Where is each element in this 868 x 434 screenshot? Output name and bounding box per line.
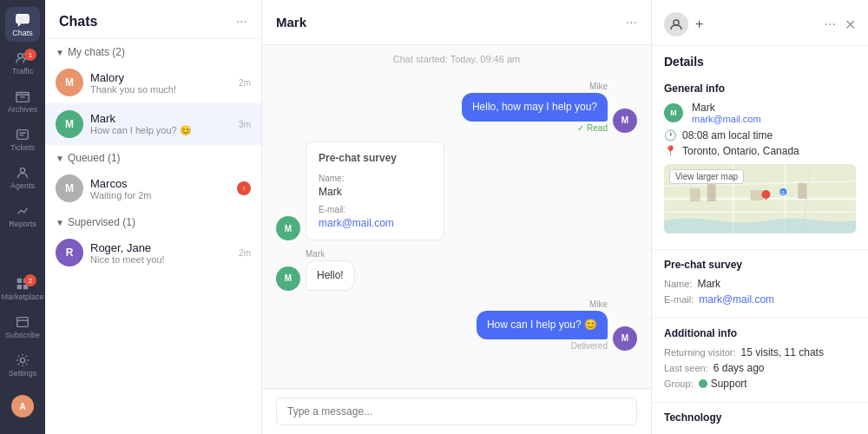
message-status-2: Delivered (571, 341, 608, 351)
nav-item-marketplace[interactable]: 2 Marketplace (5, 271, 40, 306)
avatar-mark-prechat: M (276, 216, 300, 240)
location-icon: 📍 (664, 145, 677, 157)
detail-local-time: 08:08 am local time (682, 129, 773, 141)
details-close-button[interactable]: ✕ (845, 16, 856, 33)
prechat-detail-email-value: mark@mail.com (699, 293, 774, 306)
prechat-email-label: E-mail: (319, 204, 431, 216)
nav-item-chats[interactable]: Chats (5, 7, 40, 42)
chat-main-title: Mark (276, 15, 306, 30)
supervised-section-header[interactable]: ▼ Supervised (1) (45, 209, 261, 232)
nav-item-user-avatar[interactable]: A (5, 389, 40, 424)
detail-email: mark@mail.com (692, 114, 761, 124)
chat-time-mark: 3m (239, 120, 251, 129)
nav-item-archives[interactable]: Archives (5, 83, 40, 118)
svg-point-5 (20, 168, 24, 172)
prechat-detail-name-row: Name: Mark (664, 278, 856, 290)
group-dot-icon (699, 379, 707, 388)
details-header-actions: + (664, 12, 703, 36)
nav-label-tickets: Tickets (10, 143, 35, 152)
svg-text:!: ! (243, 185, 245, 193)
sender-mike-1: Mike (589, 82, 608, 91)
prechat-email-value[interactable]: mark@mail.com (319, 217, 394, 229)
nav-item-agents[interactable]: Agents (5, 160, 40, 194)
my-chats-section-header[interactable]: ▼ My chats (2) (45, 39, 261, 62)
chat-time-roger: 2m (239, 248, 251, 258)
message-row-1: Mike Hello, how may I help you? ✓ Read M (276, 82, 637, 133)
add-contact-button[interactable]: + (695, 16, 703, 32)
chat-item-mark[interactable]: M Mark How can I help you? 😊 3m (45, 103, 261, 145)
message-row-mark-hello: M Mark Hello! (276, 249, 637, 291)
queued-section-header[interactable]: ▼ Queued (1) (45, 145, 261, 168)
my-chats-chevron: ▼ (56, 48, 64, 57)
svg-point-11 (20, 358, 24, 362)
nav-item-subscribe[interactable]: Subscribe (5, 309, 40, 344)
technology-title: Technology (664, 411, 856, 424)
details-panel-header: + ··· ✕ (652, 0, 868, 46)
map-container: G View larger map (664, 164, 856, 233)
detail-row-location: 📍 Toronto, Ontario, Canada (664, 145, 856, 157)
svg-rect-24 (751, 190, 764, 201)
queued-chevron: ▼ (56, 154, 64, 163)
chat-red-badge-marcos: ! (237, 181, 251, 195)
nav-item-settings[interactable]: Settings (5, 347, 40, 382)
chat-main-more-button[interactable]: ··· (626, 15, 637, 30)
svg-rect-25 (798, 183, 806, 199)
svg-rect-23 (707, 181, 716, 201)
chat-item-marcos[interactable]: M Marcos Waiting for 2m ! (45, 168, 261, 209)
prechat-survey-bubble: Pre-chat survey Name: Mark E-mail: mark@… (306, 141, 444, 240)
svg-rect-8 (17, 284, 22, 288)
detail-row-time: 🕐 08:08 am local time (664, 129, 856, 141)
chat-name-mark: Mark (90, 112, 235, 125)
chat-started-label: Chat started: Today, 09:46 am (262, 45, 651, 73)
prechat-detail-email-label: E-mail: (664, 294, 694, 305)
left-navigation: Chats 1 Traffic Archives Tickets Agents (0, 0, 45, 434)
svg-rect-0 (16, 14, 29, 23)
nav-label-settings: Settings (9, 369, 37, 378)
message-bubble-mark-hello: Hello! (306, 260, 355, 291)
clock-icon: 🕐 (664, 129, 677, 141)
nav-label-archives: Archives (8, 105, 38, 114)
supervised-chevron: ▼ (56, 218, 64, 227)
avatar-mike-1: M (613, 108, 637, 133)
details-more-button[interactable]: ··· (825, 16, 836, 32)
nav-item-tickets[interactable]: Tickets (5, 122, 40, 156)
nav-label-traffic: Traffic (12, 67, 34, 76)
message-status-1: ✓ Read (577, 123, 608, 133)
messages-area: Mike Hello, how may I help you? ✓ Read M… (262, 73, 651, 388)
group-value: Support (711, 378, 747, 390)
chat-item-malory[interactable]: M Malory Thank you so much! 2m (45, 62, 261, 103)
chat-preview-malory: Thank you so much! (90, 84, 235, 95)
chats-panel: Chats ··· ▼ My chats (2) M Malory Thank … (45, 0, 262, 434)
prechat-survey-title: Pre-chat survey (664, 259, 856, 271)
detail-row-name: M Mark mark@mail.com (664, 102, 856, 124)
additional-info-title: Additional info (664, 327, 856, 339)
prechat-name-label: Name: (319, 173, 431, 185)
message-bubble-1: Hello, how may I help you? (462, 93, 608, 122)
additional-info-section: Additional info Returning visitor: 15 vi… (652, 319, 868, 403)
chat-item-roger[interactable]: R Roger, Jane Nice to meet you! 2m (45, 232, 261, 273)
general-info-section: General info M Mark mark@mail.com 🕐 08:0… (652, 74, 868, 250)
additional-returning-row: Returning visitor: 15 visits, 11 chats (664, 346, 856, 358)
last-seen-value: 6 days ago (713, 362, 765, 374)
svg-rect-10 (17, 317, 29, 326)
general-info-title: General info (664, 82, 856, 95)
avatar-malory: M (56, 69, 83, 96)
prechat-detail-email-row: E-mail: mark@mail.com (664, 293, 856, 306)
map-view-larger-button[interactable]: View larger map (669, 169, 744, 184)
chat-main: Mark ··· Chat started: Today, 09:46 am M… (262, 0, 651, 434)
detail-name: Mark (692, 102, 761, 114)
chat-message-input[interactable] (276, 398, 637, 425)
svg-point-14 (674, 20, 679, 25)
chat-info-malory: Malory Thank you so much! (90, 71, 235, 95)
queued-label: Queued (1) (68, 152, 121, 164)
nav-item-traffic[interactable]: 1 Traffic (5, 45, 40, 80)
detail-location: Toronto, Ontario, Canada (682, 145, 799, 157)
message-bubble-mike-2: How can I help you? 😊 (477, 311, 608, 339)
nav-label-marketplace: Marketplace (1, 293, 43, 301)
details-title: Details (652, 46, 868, 74)
chats-more-button[interactable]: ··· (236, 14, 247, 30)
nav-item-reports[interactable]: Reports (5, 198, 40, 233)
svg-point-1 (18, 53, 23, 57)
nav-label-agents: Agents (10, 181, 35, 190)
returning-label: Returning visitor: (664, 347, 736, 358)
